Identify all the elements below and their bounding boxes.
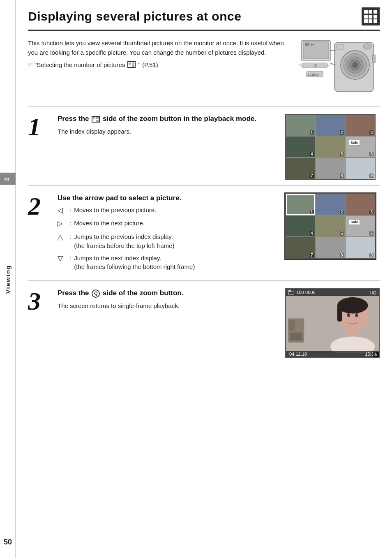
svg-rect-25 (337, 44, 344, 49)
grid-cell-2-4: 4 (286, 216, 315, 237)
index-grid-2: 1 2 3 4 5 Sale 6 7 8 9 (285, 193, 376, 259)
note-suffix: " (P.51) (138, 60, 158, 69)
person-svg (286, 294, 379, 353)
arrow-down-desc: Jumps to the next index display.(the fra… (74, 254, 195, 272)
svg-rect-8 (374, 19, 377, 23)
grid-cell-9: 9 (346, 158, 375, 179)
svg-rect-2 (374, 10, 377, 14)
step-2-title: Use the arrow pad to select a picture. (58, 193, 278, 203)
step-3: 3 Press the Q side of the zoom button. T… (28, 280, 380, 364)
grid-cell-1: 1 (286, 115, 315, 136)
thumbnail-mode-icon (127, 61, 136, 68)
arrow-left-symbol: ◁ (58, 206, 70, 216)
grid-cell-3: 3 (346, 115, 375, 136)
arrow-right-symbol: ▷ (58, 219, 70, 229)
intro-section: This function lets you view several thum… (28, 38, 380, 97)
svg-rect-34 (288, 291, 294, 295)
playback-icon (288, 290, 294, 295)
svg-rect-6 (364, 19, 368, 23)
svg-rect-39 (290, 332, 302, 340)
svg-rect-35 (288, 290, 291, 292)
step-1-number: 1 (28, 114, 50, 139)
grid-cell-2-5: 5 (316, 216, 345, 237)
frame-top-bar: 100-0005 HQ (286, 289, 379, 296)
step-2-number: 2 (28, 193, 50, 219)
svg-point-24 (352, 62, 358, 68)
arrow-down-row: ▽ : Jumps to the next index display.(the… (58, 254, 278, 272)
step-2: 2 Use the arrow pad to select a picture.… (28, 185, 380, 280)
sidebar: 2 Viewing 50 (0, 0, 16, 558)
grid-cell-6: Sale 6 (346, 137, 375, 157)
svg-rect-38 (289, 320, 295, 331)
svg-rect-3 (364, 15, 368, 19)
svg-point-26 (363, 44, 371, 49)
grid-cell-2-6: Sale 6 (346, 216, 375, 237)
svg-text:←: ← (297, 62, 302, 67)
index-grid-1: 1 2 3 4 5 Sale 6 7 8 9 (285, 114, 376, 180)
index-view-icon (362, 7, 380, 25)
arrow-right-desc: Moves to the next picture. (74, 219, 145, 228)
step-2-content: Use the arrow pad to select a picture. ◁… (58, 193, 278, 275)
svg-rect-1 (369, 10, 372, 14)
step-1-content: Press the side of the zoom button in the… (58, 114, 278, 136)
sale-badge: Sale (349, 140, 360, 146)
svg-rect-7 (369, 19, 372, 23)
camera-illustration-container: W T SCENE (297, 38, 380, 97)
reference-icon: ☞ (28, 60, 33, 69)
page-number: 50 (0, 538, 16, 546)
tele-zoom-icon: Q (92, 289, 100, 298)
quality-label: HQ (370, 290, 377, 295)
step-3-title: Press the Q side of the zoom button. (58, 288, 278, 298)
grid-cell-2: 2 (316, 115, 345, 136)
arrow-down-symbol: ▽ (58, 254, 70, 264)
colon-1: : (70, 206, 71, 215)
sale-badge-2: Sale (349, 219, 360, 225)
sidebar-chapter-label: Viewing (4, 264, 11, 293)
svg-point-43 (347, 313, 350, 317)
svg-point-16 (314, 64, 317, 67)
svg-text:→: → (330, 62, 334, 67)
grid-cell-7: 7 (286, 158, 315, 179)
grid-cell-2-8: 8 (316, 237, 345, 258)
intro-text: This function lets you view several thum… (28, 38, 288, 69)
svg-rect-0 (364, 10, 368, 14)
camera-svg: W T SCENE (297, 38, 376, 96)
frame-folder-file: 100-0005 (288, 290, 316, 295)
frame-bottom-bar: '04.12.18 15:30 (286, 351, 379, 357)
grid-cell-2-2: 2 (316, 194, 345, 215)
arrow-up-desc: Jumps to the previous index display.(the… (74, 232, 174, 250)
colon-2: : (70, 219, 71, 228)
arrow-up-symbol: △ (58, 232, 70, 243)
colon-4: : (70, 254, 71, 263)
grid-cell-2-3: 3 (346, 194, 375, 215)
step-3-content: Press the Q side of the zoom button. The… (58, 288, 278, 310)
page-header: Displaying several pictures at once (28, 0, 380, 31)
svg-rect-5 (374, 15, 377, 19)
folder-number: 100 (296, 290, 304, 295)
grid-cell-8: 8 (316, 158, 345, 179)
step-3-number: 3 (28, 288, 50, 314)
grid-cell-2-1: 1 (286, 194, 315, 215)
file-number: 0005 (305, 290, 315, 295)
svg-rect-29 (372, 55, 376, 63)
svg-text:SCENE: SCENE (307, 73, 319, 76)
single-frame-display: 100-0005 HQ (285, 288, 380, 358)
svg-rect-4 (369, 15, 372, 19)
wide-zoom-icon (92, 116, 100, 123)
step-3-image: 100-0005 HQ (285, 288, 380, 358)
note-text: "Selecting the number of pictures (35, 60, 125, 69)
page-title: Displaying several pictures at once (28, 9, 241, 23)
colon-3: : (70, 232, 71, 241)
step-1: 1 Press the side of the zoom button in t… (28, 106, 380, 185)
step-1-subtitle: The index display appears. (58, 127, 278, 137)
svg-rect-11 (305, 43, 309, 46)
arrow-left-desc: Moves to the previous picture. (74, 206, 156, 215)
main-content: Displaying several pictures at once This… (16, 0, 392, 376)
step-1-image: 1 2 3 4 5 Sale 6 7 8 9 (285, 114, 380, 180)
intro-paragraph: This function lets you view several thum… (28, 39, 284, 56)
arrow-left-row: ◁ : Moves to the previous picture. (58, 206, 278, 216)
grid-cell-2-7: 7 (286, 237, 315, 258)
step-1-title: Press the side of the zoom button in the… (58, 114, 278, 124)
svg-point-44 (355, 313, 358, 317)
grid-cell-2-9: 9 (346, 237, 375, 258)
